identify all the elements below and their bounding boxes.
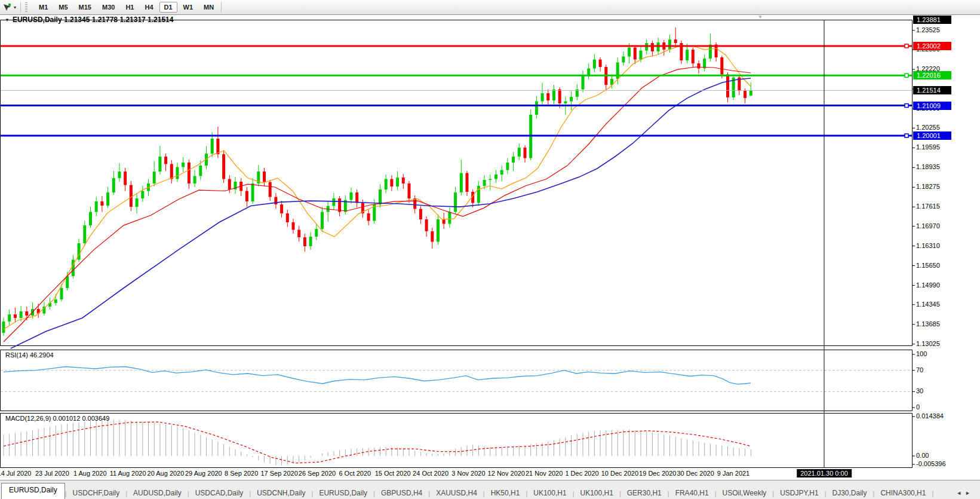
macd-indicator-label: MACD(12,26,9) 0.001012 0.003649	[5, 415, 109, 422]
candle-bull	[309, 237, 312, 246]
candle-bull	[211, 139, 214, 154]
timeframe-button-m15[interactable]: M15	[74, 2, 96, 13]
candle-bear	[419, 209, 422, 220]
candle-bull	[379, 189, 382, 204]
candle-bull	[83, 225, 86, 243]
candle-bull	[454, 192, 457, 212]
candle-bull	[141, 191, 144, 199]
chart-tab-china300-h1[interactable]: CHINA300,H1	[874, 486, 932, 499]
scroll-position-marker-icon[interactable]: ▼	[758, 14, 763, 20]
candle-bull	[350, 192, 353, 200]
candle-bull	[182, 163, 185, 167]
rsi-indicator-label: RSI(14) 46.2904	[5, 351, 54, 359]
candle-bear	[390, 179, 393, 187]
candle-bull	[199, 166, 202, 176]
candle-bear	[130, 185, 133, 207]
candle-bear	[726, 75, 729, 98]
timeframe-button-m5[interactable]: M5	[54, 2, 72, 13]
candle-bear	[355, 192, 358, 203]
chart-tab-uk100-h1[interactable]: UK100,H1	[575, 486, 619, 499]
candle-bull	[332, 198, 335, 206]
candle-bear	[698, 63, 701, 69]
candle-bull	[582, 76, 585, 90]
candle-bull	[512, 157, 515, 163]
chart-menu-icon[interactable]: ▼	[5, 17, 10, 23]
timeframe-button-m30[interactable]: M30	[97, 2, 119, 13]
candle-bull	[477, 186, 480, 203]
tab-scroll-right-icon[interactable]: ►	[965, 490, 974, 496]
mt4-window: ▾ M1M5M15M30H1H4D1W1MN 1.235251.228801.2…	[0, 0, 980, 499]
candle-bull	[2, 322, 5, 333]
candle-bull	[564, 102, 567, 104]
candle-bear	[269, 182, 272, 197]
timeframe-button-mn[interactable]: MN	[199, 2, 219, 13]
candle-bear	[263, 172, 266, 182]
candle-bull	[506, 163, 509, 170]
candle-bull	[668, 39, 671, 50]
chart-tab-usdchf-daily[interactable]: USDCHF,Daily	[67, 486, 126, 499]
chart-tabs-bar: EURUSD,Daily|USDCHF,Daily|AUDUSD,Daily|U…	[0, 480, 980, 499]
chart-tab-eurusd-daily[interactable]: EURUSD,Daily	[1, 483, 65, 499]
candle-bear	[188, 163, 191, 183]
candle-bull	[448, 212, 451, 224]
candle-bull	[552, 90, 555, 101]
candle-bull	[20, 311, 23, 318]
candle-bull	[483, 180, 486, 186]
chart-tab-gbpusd-h4[interactable]: GBPUSD,H4	[375, 486, 428, 499]
timeframe-button-w1[interactable]: W1	[179, 2, 198, 13]
candle-bull	[8, 314, 11, 322]
timeframe-button-h4[interactable]: H4	[140, 2, 158, 13]
candle-bull	[72, 260, 75, 277]
chart-tab-dj30-daily[interactable]: DJ30,Daily	[827, 486, 873, 499]
candle-bull	[749, 90, 752, 95]
candle-bull	[494, 175, 497, 179]
candle-bear	[425, 219, 428, 231]
hline-end-marker[interactable]	[905, 104, 908, 108]
timeframe-button-h1[interactable]: H1	[121, 2, 139, 13]
chart-tab-fra40-h1[interactable]: FRA40,H1	[669, 486, 715, 499]
chart-tab-xauusd-h4[interactable]: XAUUSD,H4	[430, 486, 483, 499]
chart-canvas[interactable]	[0, 15, 980, 480]
candle-bear	[14, 314, 17, 318]
candle-bull	[657, 42, 660, 51]
candle-bull	[321, 212, 324, 229]
chart-tab-usoil-[interactable]: USOil,	[933, 486, 940, 499]
dropdown-caret-icon[interactable]: ▾	[14, 5, 16, 10]
candle-bull	[118, 172, 121, 178]
candle-bear	[524, 148, 527, 158]
chart-tab-hk50-h1[interactable]: HK50,H1	[485, 486, 526, 499]
chart-area[interactable]: 1.235251.228801.222201.215601.209001.202…	[0, 15, 980, 480]
candle-bull	[593, 60, 596, 69]
chart-tab-eurusd-daily[interactable]: EURUSD,Daily	[313, 486, 373, 499]
timeframe-button-d1[interactable]: D1	[159, 2, 177, 13]
chart-tab-ger30-h1[interactable]: GER30,H1	[621, 486, 668, 499]
candle-bear	[634, 48, 637, 60]
candle-bull	[628, 48, 631, 57]
candle-bear	[245, 191, 248, 202]
candle-bull	[518, 148, 521, 157]
tab-scroll-left-icon[interactable]: ◄	[956, 490, 965, 496]
candle-bull	[66, 276, 69, 288]
candle-bear	[25, 311, 28, 316]
candle-bull	[535, 102, 538, 115]
hline-end-marker[interactable]	[905, 134, 908, 137]
candle-bull	[54, 299, 57, 303]
candle-bear	[546, 93, 549, 100]
candle-bull	[112, 178, 115, 192]
timeframe-toolbar: M1M5M15M30H1H4D1W1MN	[33, 2, 219, 13]
cursor-tool-icon[interactable]	[2, 2, 12, 12]
toolbar-grip[interactable]	[25, 2, 27, 12]
timeframe-button-m1[interactable]: M1	[34, 2, 53, 13]
chart-tab-audusd-daily[interactable]: AUDUSD,Daily	[127, 486, 188, 499]
main-pane-border	[1, 20, 913, 346]
chart-tab-usdjpy-h1[interactable]: USDJPY,H1	[774, 486, 824, 499]
candle-bull	[60, 288, 63, 299]
chart-tab-uk100-h1[interactable]: UK100,H1	[527, 486, 572, 499]
chart-tab-usoil-weekly[interactable]: USOil,Weekly	[717, 486, 773, 499]
chart-tab-usdcad-daily[interactable]: USDCAD,Daily	[189, 486, 250, 499]
candle-bull	[315, 229, 318, 237]
candle-bear	[466, 173, 469, 192]
hline-end-marker[interactable]	[905, 44, 908, 48]
chart-tab-usdcnh-daily[interactable]: USDCNH,Daily	[251, 486, 311, 499]
hline-end-marker[interactable]	[905, 74, 908, 77]
